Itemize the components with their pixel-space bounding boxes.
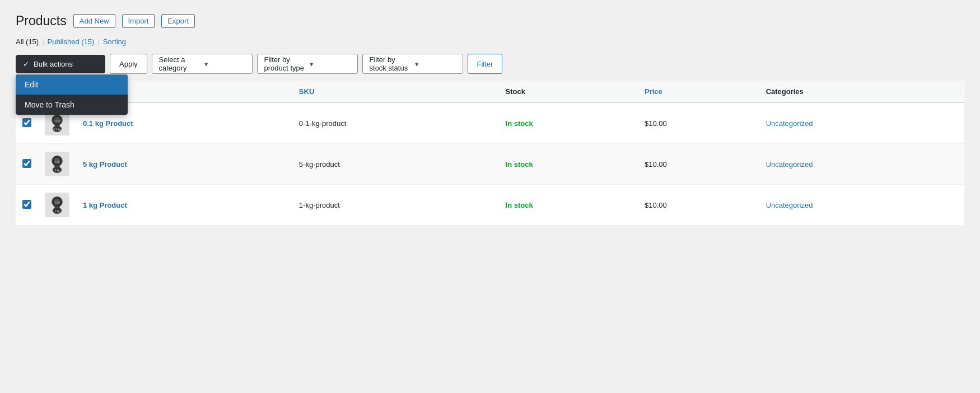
- import-button[interactable]: Import: [122, 14, 155, 28]
- kettlebell-icon: 0.1 kg 0.1 kg: [47, 113, 67, 133]
- stock-status-filter[interactable]: Filter by stock status ▾: [362, 54, 463, 74]
- kettlebell-icon: 5 kg 5 kg: [47, 154, 67, 174]
- row-sku-cell: 0-1-kg-product: [292, 103, 499, 144]
- stock-status: In stock: [506, 119, 533, 128]
- product-type-filter[interactable]: Filter by product type ▾: [257, 54, 358, 74]
- product-image: 5 kg 5 kg: [45, 152, 69, 176]
- export-button[interactable]: Export: [161, 14, 195, 28]
- product-name-link[interactable]: 1 kg Product: [83, 201, 127, 209]
- page-header: Products Add New Import Export: [16, 13, 964, 29]
- products-table: Name SKU Stock Price Categories 0.1 kg 0…: [16, 81, 964, 226]
- stock-status: In stock: [506, 201, 533, 209]
- svg-text:0.1 kg: 0.1 kg: [54, 119, 60, 122]
- th-stock: Stock: [499, 81, 638, 103]
- toolbar: ✓ Bulk actions Edit Move to Trash Apply …: [16, 54, 964, 74]
- product-image: 1 kg 1 kg: [45, 193, 69, 217]
- product-image: 0.1 kg 0.1 kg: [45, 111, 69, 135]
- product-name-link[interactable]: 5 kg Product: [83, 160, 127, 169]
- row-checkbox-cell: [16, 144, 38, 185]
- th-categories: Categories: [759, 81, 964, 103]
- status-sorting[interactable]: Sorting: [103, 38, 126, 46]
- add-new-button[interactable]: Add New: [73, 14, 115, 28]
- status-published[interactable]: Published (15): [48, 38, 95, 46]
- stock-status-chevron-icon: ▾: [415, 60, 456, 68]
- svg-text:0.1 kg: 0.1 kg: [54, 128, 61, 131]
- row-name-cell: 5 kg Product: [76, 144, 292, 185]
- separator-1: |: [42, 38, 44, 46]
- bulk-actions-dropdown[interactable]: ✓ Bulk actions: [16, 55, 105, 73]
- row-sku-cell: 5-kg-product: [292, 144, 499, 185]
- bulk-checkmark: ✓: [23, 60, 29, 68]
- category-link[interactable]: Uncategorized: [766, 160, 813, 169]
- row-price-cell: $10.00: [638, 103, 759, 144]
- row-stock-cell: In stock: [499, 103, 638, 144]
- row-image-cell: 5 kg 5 kg: [38, 144, 76, 185]
- row-stock-cell: In stock: [499, 185, 638, 226]
- svg-text:5 kg: 5 kg: [55, 160, 60, 163]
- svg-text:5 kg: 5 kg: [55, 169, 60, 172]
- category-link[interactable]: Uncategorized: [766, 201, 813, 209]
- table-row: 1 kg 1 kg 1 kg Product1-kg-productIn sto…: [16, 185, 964, 226]
- status-bar: All (15) | Published (15) | Sorting: [16, 38, 964, 46]
- category-chevron-icon: ▾: [204, 60, 245, 68]
- category-filter-label: Select a category: [159, 55, 200, 72]
- category-filter[interactable]: Select a category ▾: [152, 54, 253, 74]
- row-categories-cell: Uncategorized: [759, 185, 964, 226]
- row-image-cell: 1 kg 1 kg: [38, 185, 76, 226]
- row-sku-cell: 1-kg-product: [292, 185, 499, 226]
- row-name-cell: 1 kg Product: [76, 185, 292, 226]
- product-type-chevron-icon: ▾: [310, 60, 351, 68]
- table-header-row: Name SKU Stock Price Categories: [16, 81, 964, 103]
- stock-status: In stock: [506, 160, 533, 169]
- stock-status-label: Filter by stock status: [370, 55, 410, 72]
- svg-text:1 kg: 1 kg: [55, 210, 60, 213]
- row-stock-cell: In stock: [499, 144, 638, 185]
- row-checkbox[interactable]: [22, 118, 31, 127]
- table-row: 0.1 kg 0.1 kg 0.1 kg Product0-1-kg-produ…: [16, 103, 964, 144]
- row-checkbox-cell: [16, 185, 38, 226]
- filter-button[interactable]: Filter: [468, 54, 503, 74]
- product-name-link[interactable]: 0.1 kg Product: [83, 119, 133, 128]
- apply-button[interactable]: Apply: [110, 54, 147, 74]
- bulk-actions-label: Bulk actions: [34, 60, 73, 68]
- bulk-edit-option[interactable]: Edit: [16, 74, 128, 95]
- bulk-trash-option[interactable]: Move to Trash: [16, 95, 128, 115]
- th-price: Price: [638, 81, 759, 103]
- table-row: 5 kg 5 kg 5 kg Product5-kg-productIn sto…: [16, 144, 964, 185]
- row-price-cell: $10.00: [638, 144, 759, 185]
- row-categories-cell: Uncategorized: [759, 144, 964, 185]
- category-link[interactable]: Uncategorized: [766, 119, 813, 128]
- bulk-actions-wrapper: ✓ Bulk actions Edit Move to Trash: [16, 55, 105, 73]
- svg-text:1 kg: 1 kg: [55, 201, 60, 204]
- row-checkbox[interactable]: [22, 159, 31, 168]
- page-title: Products: [16, 13, 67, 29]
- th-sku: SKU: [292, 81, 499, 103]
- bulk-actions-menu: Edit Move to Trash: [16, 74, 128, 115]
- kettlebell-icon: 1 kg 1 kg: [47, 195, 67, 215]
- product-type-label: Filter by product type: [264, 55, 305, 72]
- row-price-cell: $10.00: [638, 185, 759, 226]
- row-categories-cell: Uncategorized: [759, 103, 964, 144]
- row-checkbox[interactable]: [22, 200, 31, 209]
- separator-2: |: [97, 38, 99, 46]
- status-all[interactable]: All (15): [16, 38, 39, 46]
